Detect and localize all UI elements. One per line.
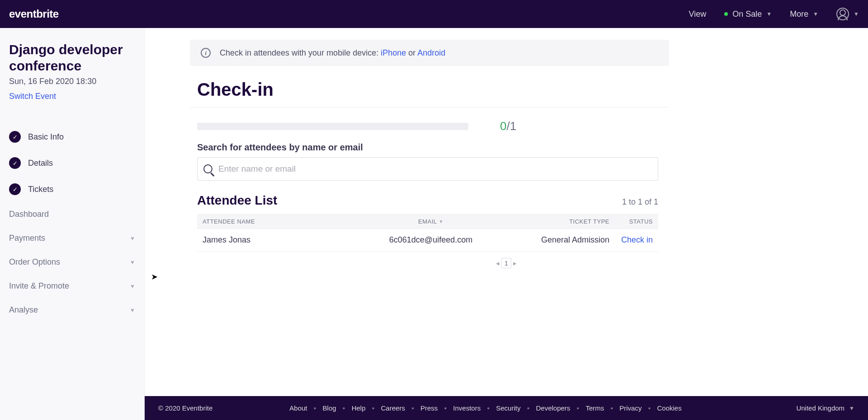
region-selector[interactable]: United Kingdom ▼ bbox=[796, 404, 854, 412]
sidebar-item-invite-promote[interactable]: Invite & Promote ▼ bbox=[0, 274, 144, 298]
chevron-down-icon: ▼ bbox=[849, 405, 854, 411]
col-header-name[interactable]: ATTENDEE NAME bbox=[203, 218, 365, 225]
search-wrap bbox=[197, 157, 658, 181]
footer-security[interactable]: Security bbox=[496, 404, 520, 412]
iphone-link[interactable]: iPhone bbox=[381, 48, 406, 57]
dot-sep: ● bbox=[648, 406, 651, 411]
attendee-list-count: 1 to 1 of 1 bbox=[622, 197, 658, 207]
progress-done: 0 bbox=[500, 119, 506, 133]
main-content: i Check in attendees with your mobile de… bbox=[145, 28, 868, 420]
dot-sep: ● bbox=[444, 406, 447, 411]
sidebar-item-dashboard[interactable]: Dashboard bbox=[0, 202, 144, 226]
sidebar: Django developer conference Sun, 16 Feb … bbox=[0, 28, 145, 420]
footer-links: About● Blog● Help● Careers● Press● Inves… bbox=[289, 404, 681, 412]
dot-sep: ● bbox=[372, 406, 374, 411]
view-link[interactable]: View bbox=[689, 9, 707, 19]
footer-careers[interactable]: Careers bbox=[381, 404, 405, 412]
sidebar-item-tickets[interactable]: ✓ Tickets bbox=[0, 176, 144, 202]
footer-terms[interactable]: Terms bbox=[585, 404, 604, 412]
region-label: United Kingdom bbox=[796, 404, 844, 412]
logo-text: eventbrite bbox=[9, 8, 59, 20]
pager-prev-icon[interactable]: ◂ bbox=[496, 259, 500, 267]
progress-sep: / bbox=[506, 119, 509, 133]
info-icon: i bbox=[201, 48, 211, 58]
sidebar-item-label: Basic Info bbox=[28, 132, 64, 142]
dot-sep: ● bbox=[411, 406, 414, 411]
switch-event-link[interactable]: Switch Event bbox=[9, 92, 135, 101]
sidebar-item-label: Invite & Promote bbox=[9, 281, 69, 291]
sidebar-item-details[interactable]: ✓ Details bbox=[0, 150, 144, 176]
cell-type: General Admission bbox=[496, 235, 609, 245]
chevron-down-icon: ▼ bbox=[854, 11, 859, 17]
footer-developers[interactable]: Developers bbox=[536, 404, 570, 412]
banner-or: or bbox=[406, 48, 417, 57]
banner-msg: Check in attendees with your mobile devi… bbox=[220, 48, 381, 57]
footer: © 2020 Eventbrite About● Blog● Help● Car… bbox=[145, 396, 868, 420]
event-block: Django developer conference Sun, 16 Feb … bbox=[0, 42, 144, 101]
status-dot-icon bbox=[724, 12, 728, 16]
footer-help[interactable]: Help bbox=[352, 404, 366, 412]
search-input[interactable] bbox=[197, 157, 658, 181]
sidebar-item-analyse[interactable]: Analyse ▼ bbox=[0, 298, 144, 322]
event-title: Django developer conference bbox=[9, 42, 135, 74]
footer-blog[interactable]: Blog bbox=[323, 404, 336, 412]
col-header-status[interactable]: STATUS bbox=[609, 218, 653, 225]
chevron-down-icon: ▼ bbox=[130, 283, 135, 289]
logo[interactable]: eventbrite bbox=[9, 8, 59, 20]
header-right: View On Sale ▼ More ▼ ▼ bbox=[689, 8, 859, 20]
col-header-type[interactable]: TICKET TYPE bbox=[496, 218, 609, 225]
chevron-down-icon: ▼ bbox=[130, 235, 135, 242]
cell-status: Check in bbox=[609, 235, 653, 245]
sidebar-item-basic-info[interactable]: ✓ Basic Info bbox=[0, 124, 144, 150]
pager-next-icon[interactable]: ▸ bbox=[513, 259, 517, 267]
sidebar-item-label: Tickets bbox=[28, 185, 53, 194]
status-dropdown[interactable]: On Sale ▼ bbox=[724, 9, 772, 19]
more-dropdown[interactable]: More ▼ bbox=[790, 9, 818, 19]
sidebar-item-label: Details bbox=[28, 159, 53, 168]
divider bbox=[190, 107, 669, 107]
chevron-down-icon: ▼ bbox=[766, 11, 772, 17]
user-menu[interactable]: ▼ bbox=[836, 8, 859, 20]
col-header-email[interactable]: EMAIL ▼ bbox=[365, 218, 496, 225]
progress-bar bbox=[197, 123, 468, 130]
cell-name: James Jonas bbox=[203, 235, 365, 245]
attendee-list-title: Attendee List bbox=[197, 193, 277, 208]
info-banner: i Check in attendees with your mobile de… bbox=[190, 40, 669, 66]
chevron-down-icon: ▼ bbox=[130, 259, 135, 266]
nav-steps: ✓ Basic Info ✓ Details ✓ Tickets Dashboa… bbox=[0, 124, 144, 322]
footer-cookies[interactable]: Cookies bbox=[657, 404, 682, 412]
pager-page[interactable]: 1 bbox=[501, 258, 511, 268]
dot-sep: ● bbox=[343, 406, 345, 411]
list-header: Attendee List 1 to 1 of 1 bbox=[197, 193, 658, 208]
table-header: ATTENDEE NAME EMAIL ▼ TICKET TYPE STATUS bbox=[197, 214, 658, 229]
search-label: Search for attendees by name or email bbox=[197, 142, 823, 153]
dot-sep: ● bbox=[576, 406, 579, 411]
dot-sep: ● bbox=[527, 406, 529, 411]
footer-about[interactable]: About bbox=[289, 404, 307, 412]
android-link[interactable]: Android bbox=[417, 48, 445, 57]
check-icon: ✓ bbox=[9, 131, 21, 143]
footer-press[interactable]: Press bbox=[420, 404, 438, 412]
progress-count: 0/1 bbox=[500, 119, 516, 133]
footer-investors[interactable]: Investors bbox=[453, 404, 481, 412]
footer-privacy[interactable]: Privacy bbox=[619, 404, 642, 412]
sort-desc-icon: ▼ bbox=[439, 219, 443, 224]
chevron-down-icon: ▼ bbox=[130, 307, 135, 313]
user-icon bbox=[836, 8, 849, 20]
checkin-link[interactable]: Check in bbox=[621, 235, 653, 244]
page-title: Check-in bbox=[197, 79, 823, 100]
dot-sep: ● bbox=[610, 406, 613, 411]
check-icon: ✓ bbox=[9, 157, 21, 169]
status-label: On Sale bbox=[732, 9, 762, 19]
event-date: Sun, 16 Feb 2020 18:30 bbox=[9, 77, 135, 86]
sidebar-item-order-options[interactable]: Order Options ▼ bbox=[0, 250, 144, 274]
sidebar-item-payments[interactable]: Payments ▼ bbox=[0, 226, 144, 250]
sidebar-item-label: Dashboard bbox=[9, 210, 49, 219]
sidebar-item-label: Order Options bbox=[9, 257, 60, 267]
table-row: James Jonas 6c061dce@uifeed.com General … bbox=[197, 229, 658, 252]
pager: ◂ 1 ▸ bbox=[190, 258, 823, 268]
sidebar-item-label: Analyse bbox=[9, 305, 38, 315]
dot-sep: ● bbox=[314, 406, 316, 411]
copyright: © 2020 Eventbrite bbox=[158, 404, 212, 412]
col-email-label: EMAIL bbox=[418, 218, 437, 225]
